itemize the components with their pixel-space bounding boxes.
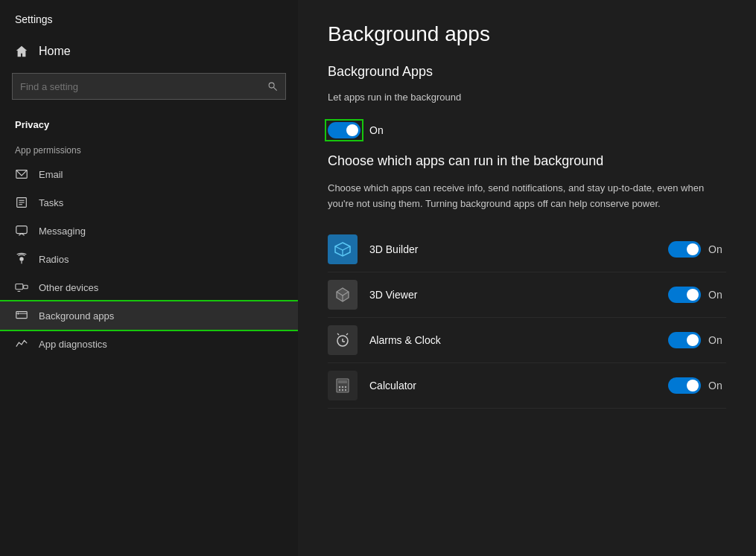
svg-rect-13	[16, 312, 27, 319]
app-row: 3D Builder On	[328, 227, 726, 272]
app-toggle-state: On	[708, 380, 726, 392]
svg-point-29	[345, 386, 346, 387]
sidebar-item-background-apps[interactable]: Background apps	[0, 301, 298, 330]
home-label: Home	[39, 45, 71, 58]
app-icon-3d-builder	[328, 234, 358, 264]
master-toggle-track[interactable]	[328, 122, 360, 138]
svg-point-28	[342, 386, 343, 387]
master-toggle-description: Let apps run in the background	[328, 92, 461, 103]
app-row: Alarms & Clock On	[328, 318, 726, 363]
section1-title: Background Apps	[328, 64, 726, 80]
sidebar-item-label: Messaging	[39, 226, 86, 237]
sidebar-item-label: Background apps	[39, 310, 114, 322]
tasks-icon	[15, 196, 28, 209]
sidebar-item-label: Email	[39, 169, 63, 180]
sidebar-item-label: Tasks	[39, 197, 63, 208]
master-toggle-row: Let apps run in the background	[328, 92, 726, 107]
app-toggle-area: On	[668, 332, 726, 348]
svg-rect-10	[16, 284, 23, 290]
background-apps-icon	[15, 309, 28, 322]
master-toggle[interactable]	[328, 122, 360, 138]
svg-line-24	[346, 333, 348, 335]
app-name: Alarms & Clock	[369, 334, 656, 346]
3d-viewer-svg	[334, 286, 352, 304]
toggle-track[interactable]	[668, 241, 701, 258]
email-icon	[15, 167, 28, 181]
search-box[interactable]	[12, 73, 286, 100]
svg-point-31	[342, 389, 343, 390]
sidebar-item-app-diagnostics[interactable]: App diagnostics	[0, 330, 298, 358]
toggle-knob	[687, 334, 699, 346]
app-toggle-state: On	[708, 243, 726, 255]
sidebar-item-messaging[interactable]: Messaging	[0, 217, 298, 245]
app-icon-3d-viewer	[328, 280, 358, 310]
privacy-label: Privacy	[0, 112, 298, 138]
app-title: Settings	[0, 0, 298, 36]
app-toggle-area: On	[668, 287, 726, 303]
svg-point-30	[339, 389, 340, 390]
messaging-icon	[15, 224, 28, 237]
alarms-svg	[334, 331, 352, 349]
svg-point-32	[345, 389, 346, 390]
svg-rect-7	[16, 226, 27, 234]
toggle-track[interactable]	[668, 332, 701, 348]
app-diagnostics-icon	[15, 337, 28, 351]
app-toggle-area: On	[668, 377, 726, 394]
svg-rect-11	[24, 285, 28, 289]
app-toggle-calculator[interactable]	[668, 377, 701, 394]
search-icon	[267, 81, 278, 92]
sidebar-item-email[interactable]: Email	[0, 160, 298, 188]
sidebar-item-tasks[interactable]: Tasks	[0, 188, 298, 217]
sidebar-item-label: Radios	[39, 254, 69, 265]
app-toggle-area: On	[668, 241, 726, 258]
toggle-knob	[687, 243, 699, 255]
app-name: 3D Builder	[369, 243, 656, 255]
toggle-knob	[687, 289, 699, 301]
app-name: 3D Viewer	[369, 289, 656, 301]
sidebar-item-label: App diagnostics	[39, 339, 107, 350]
sidebar-item-label: Other devices	[39, 282, 98, 293]
app-icon-calculator	[328, 371, 358, 400]
search-input[interactable]	[20, 81, 261, 92]
app-toggle-state: On	[708, 289, 726, 301]
home-icon	[15, 45, 28, 58]
app-name: Calculator	[369, 380, 656, 392]
radios-icon	[15, 252, 28, 266]
sidebar-item-home[interactable]: Home	[0, 36, 298, 67]
other-devices-icon	[15, 281, 28, 294]
app-toggle-alarms-clock[interactable]	[668, 332, 701, 348]
master-toggle-knob	[346, 124, 358, 136]
app-permissions-label: App permissions	[0, 138, 298, 160]
section2-title: Choose which apps can run in the backgro…	[328, 153, 726, 169]
page-title: Background apps	[328, 22, 726, 46]
toggle-track[interactable]	[668, 287, 701, 303]
app-toggle-state: On	[708, 334, 726, 346]
toggle-knob	[687, 380, 699, 392]
app-toggle-3d-viewer[interactable]	[668, 287, 701, 303]
section2-desc: Choose which apps can receive info, send…	[328, 181, 726, 212]
sidebar: Settings Home Privacy App permissions Em…	[0, 0, 298, 556]
master-toggle-label: On	[369, 124, 384, 136]
svg-point-0	[269, 83, 274, 88]
toggle-track[interactable]	[668, 377, 701, 394]
svg-point-27	[339, 386, 340, 387]
app-row: Calculator On	[328, 363, 726, 409]
svg-point-8	[19, 257, 23, 261]
app-list: 3D Builder On 3D Viewer	[328, 227, 726, 409]
main-content: Background apps Background Apps Let apps…	[298, 0, 756, 556]
app-toggle-3d-builder[interactable]	[668, 241, 701, 258]
svg-rect-26	[338, 380, 347, 383]
svg-line-23	[337, 333, 339, 335]
app-row: 3D Viewer On	[328, 272, 726, 318]
sidebar-item-other-devices[interactable]: Other devices	[0, 273, 298, 301]
app-icon-alarms-clock	[328, 325, 358, 355]
sidebar-item-radios[interactable]: Radios	[0, 245, 298, 273]
master-toggle-area: On	[328, 122, 726, 138]
3d-builder-svg	[334, 240, 352, 258]
calculator-svg	[334, 377, 352, 394]
svg-line-1	[273, 87, 276, 90]
